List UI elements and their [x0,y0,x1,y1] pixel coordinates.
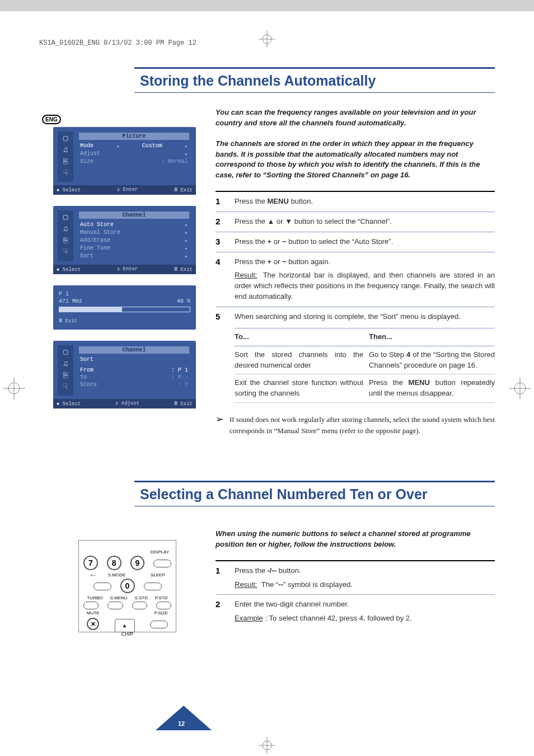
remote-psize-button [150,621,168,628]
function-icon: ☟ [63,247,68,257]
result-label: Result: [235,580,257,589]
osd-foot-select: ◆ Select [57,187,81,193]
osd-foot-select: ◆ Select [57,266,81,273]
sound-icon: ♫ [63,145,68,155]
table-cell: Sort the stored channels into the desire… [235,350,363,371]
osd-progress: P 1 471 MHz48 % Ⅲ Exit [53,285,196,330]
osd-picture: ▢ ♫ ⎘ ☟ Picture Mode◂Custom▸ Adjust▸ Siz… [53,127,196,195]
lang-badge: ENG [42,115,61,124]
osd-row-value: : P-- [171,374,188,381]
osd-row-label: Fine Tune [80,245,110,252]
osd-foot-select: ◆ Select [57,401,81,407]
step: 1 Press the MENU button. [216,191,495,212]
doc-header: KS1A_01602B_ENG 8/13/02 3:00 PM Page 12 [39,39,196,47]
osd-row-label: Store [80,382,97,388]
progress-percent: 48 % [177,298,190,304]
osd-foot-exit: Ⅲ Exit [174,401,193,407]
note-arrow-icon: ➢ [216,414,224,436]
crop-mark-right [509,377,531,402]
osd-row-value: Custom [142,143,162,149]
osd-row-label: Adjust [80,151,100,157]
remote-turbo-button [83,602,99,609]
osd-icon-strip: ▢ ♫ ⎘ ☟ [58,132,73,182]
step-body: When searching and storing is complete, … [235,312,495,403]
result-label: Result: [235,271,257,279]
step-number: 1 [216,196,227,207]
osd-row-value: : ? [178,382,188,388]
table-row: Sort the stored channels into the desire… [235,346,495,375]
progress-bar [59,307,190,312]
osd-foot-enter: ± Enter [117,266,138,273]
step-body: Press the + or − button again.Result: Th… [235,257,495,302]
osd-foot-exit: Ⅲ Exit [59,318,190,324]
function-icon: ☟ [63,168,68,178]
remote-digit-9: 9 [130,556,145,570]
osd-column: ▢ ♫ ⎘ ☟ Picture Mode◂Custom▸ Adjust▸ Siz… [39,127,199,436]
remote-illustration: DISPLAY 7 8 9 -/-- S.MODE SLEEP [78,540,176,632]
step-body: Press the ▲ or ▼ button to select the “C… [235,217,495,227]
progress-line1: P 1 [59,291,69,297]
osd-row-label: Add/Erase [80,237,110,244]
step: 4 Press the + or − button again.Result: … [216,252,495,307]
step: 1 Press the -/-- button.Result: The “--”… [216,560,495,595]
osd-foot-exit: Ⅲ Exit [174,266,193,273]
osd-foot-exit: Ⅲ Exit [174,187,193,193]
osd-channel: ▢ ♫ ⎘ ☟ Channel Auto Store▸ Manual Store… [53,206,196,274]
section2-title: Selecting a Channel Numbered Ten or Over [134,481,495,506]
osd-row-label: From [80,367,93,373]
crop-mark-top [259,31,275,50]
osd-row-label: Auto Store [80,222,114,228]
osd-row-value: : P 1 [171,367,188,373]
osd-picture-title: Picture [79,133,189,140]
osd-row-label: Sort [80,253,93,260]
remote-turbo-label: TURBO [87,595,102,600]
note: ➢ If sound does not work regularly after… [216,414,495,436]
osd-row-label: Manual Store [80,229,120,236]
osd-row-value: : Normal [161,158,188,165]
osd-sort: ▢ ♫ ⎘ ☟ Channel Sort From: P 1 To: P-- S… [53,341,196,408]
remote-smode-label: S.MODE [108,572,126,577]
osd-channel-title: Channel [79,212,189,219]
step-body: Press the + or − button to select the “A… [235,237,495,247]
remote-smenu-button [107,602,123,609]
section2-intro: When using the numeric buttons to select… [216,529,495,550]
crop-mark-bottom [259,737,275,756]
remote-digit-0: 0 [120,579,135,593]
table-cell: Press the MENU button repeatedly until t… [369,378,495,399]
picture-icon: ▢ [63,134,68,143]
page: KS1A_01602B_ENG 8/13/02 3:00 PM Page 12 … [0,11,534,756]
table-row: Exit the channel store function without … [235,374,495,403]
step-body: Press the -/-- button.Result: The “--” s… [235,566,495,590]
remote-sleep-label: SLEEP [151,572,165,577]
note-text: If sound does not work regularly after s… [229,414,495,436]
step-body: Press the MENU button. [235,196,495,207]
instructions-column: You can scan the frequency ranges availa… [216,107,495,436]
osd-row-label: To [80,374,87,381]
table-header: To... [235,332,363,342]
osd-row-label: Size [80,158,93,165]
example-label: Example [235,614,263,622]
remote-digit-8: 8 [107,556,121,570]
page-number: 12 [178,720,185,727]
osd-row-label: Mode [80,143,93,149]
remote-pstd-button [156,602,171,609]
osd-sort-head: Sort [80,356,93,363]
remote-sleep-button [144,583,162,590]
section1-title: Storing the Channels Automatically [134,67,495,93]
step: 2 Press the ▲ or ▼ button to select the … [216,212,495,232]
step: 3 Press the + or − button to select the … [216,232,495,252]
step: 5 When searching and storing is complete… [216,307,495,407]
osd-sort-title: Channel [79,346,189,354]
channel-icon: ⎘ [63,236,68,246]
remote-psize-label: P.SIZE [154,611,168,616]
picture-icon: ▢ [63,348,68,357]
step-body: Enter the two-digit channel number.Examp… [235,599,495,624]
step-number: 2 [216,599,227,624]
remote-chp-button: ▲ [115,619,135,632]
step-number: 3 [216,237,227,247]
remote-mute-button: ✕ [87,618,99,630]
remote-digit-7: 7 [83,556,98,570]
crop-mark-left [3,377,25,402]
osd-icon-strip: ▢ ♫ ⎘ ☟ [58,210,73,261]
osd-icon-strip: ▢ ♫ ⎘ ☟ [58,345,73,396]
